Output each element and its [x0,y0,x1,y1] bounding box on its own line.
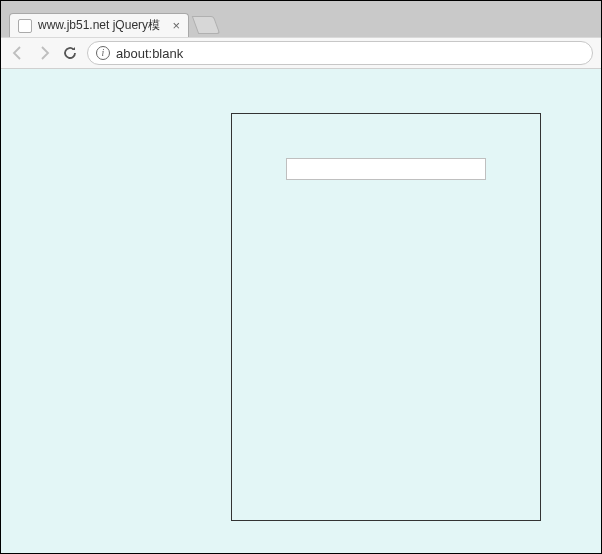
arrow-right-icon [36,45,52,61]
page-viewport [1,69,601,553]
reload-icon [62,45,78,61]
window-titlebar [1,1,601,11]
favicon-icon [18,19,32,33]
demo-input[interactable] [286,158,486,180]
demo-container [231,113,541,521]
address-bar[interactable]: i about:blank [87,41,593,65]
new-tab-button[interactable] [192,16,221,34]
browser-toolbar: i about:blank [1,37,601,69]
reload-button[interactable] [61,44,79,62]
tab-title: www.jb51.net jQuery模 [38,17,168,34]
forward-button[interactable] [35,44,53,62]
tab-strip: www.jb51.net jQuery模 × [1,11,601,37]
back-button[interactable] [9,44,27,62]
close-icon[interactable]: × [172,19,180,32]
url-text: about:blank [116,46,584,61]
browser-tab-active[interactable]: www.jb51.net jQuery模 × [9,13,189,37]
arrow-left-icon [10,45,26,61]
site-info-icon[interactable]: i [96,46,110,60]
